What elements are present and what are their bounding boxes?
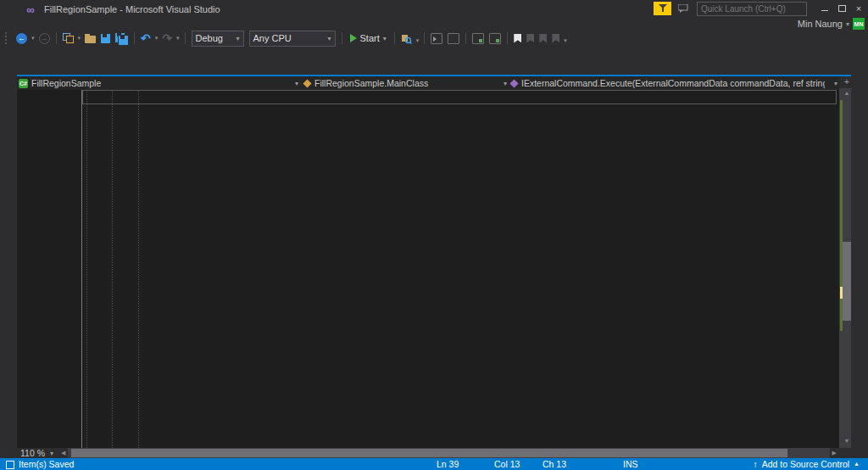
open-file-button[interactable] (83, 31, 97, 46)
visual-studio-window: ∞ FillRegionSample - Microsoft Visual St… (0, 0, 868, 470)
status-column: Col 13 (494, 458, 520, 470)
comment-selection-button[interactable] (470, 31, 486, 46)
quick-launch-box[interactable] (697, 2, 807, 16)
toolbar-overflow-1[interactable]: ▾ (416, 37, 420, 44)
previous-bookmark-button[interactable] (525, 31, 536, 46)
left-tool-strip (0, 48, 17, 458)
navigate-forward-button[interactable]: → (37, 31, 52, 46)
notification-filter-button[interactable] (654, 2, 671, 15)
method-icon (509, 79, 518, 87)
indent-guide (86, 90, 87, 448)
right-tool-strip (851, 48, 868, 458)
account-name: Min Naung (798, 19, 843, 29)
find-in-files-button[interactable] (399, 31, 414, 46)
add-to-source-control-button[interactable]: ↑ Add to Source Control ▲ (754, 458, 860, 470)
undo-dropdown[interactable]: ▾ (155, 35, 159, 42)
saved-document-icon (6, 461, 14, 469)
editor-zoom-control[interactable]: 110 % ▾ (17, 448, 58, 458)
start-debugging-button[interactable]: Start ▾ (346, 31, 391, 46)
save-button[interactable] (99, 31, 112, 46)
toolbar-grip[interactable] (5, 32, 10, 44)
chevron-down-icon: ▾ (50, 450, 53, 457)
save-all-button[interactable] (114, 31, 130, 46)
close-button[interactable]: × (851, 2, 866, 15)
breadcrumb-method[interactable]: IExternalCommand.Execute(ExternalCommand… (510, 76, 837, 90)
find-icon (401, 33, 412, 44)
restore-button[interactable] (834, 2, 849, 15)
document-tab-strip (17, 60, 854, 76)
main-toolbar: ← ▾ → ▾ ↶ ▾ ↷ ▾ Debug▾ Any CPU▾ Start ▾ … (0, 29, 868, 48)
horizontal-scroll-row: 110 % ▾ ◀ ▶ (17, 448, 839, 458)
window-title: FillRegionSample - Microsoft Visual Stud… (44, 4, 220, 14)
code-editor[interactable] (17, 90, 839, 448)
scroll-right-arrow[interactable]: ▶ (830, 450, 839, 456)
redo-button[interactable]: ↷ (160, 31, 174, 46)
horizontal-scrollbar-thumb[interactable] (71, 449, 787, 457)
feedback-icon[interactable] (676, 3, 690, 14)
upload-arrow-icon: ↑ (754, 458, 758, 470)
solution-configuration-combo[interactable]: Debug▾ (192, 31, 244, 47)
chevron-up-icon: ▲ (854, 458, 860, 470)
status-insert-mode: INS (623, 458, 638, 470)
current-line-highlight (82, 90, 837, 104)
menu-bar (0, 17, 868, 29)
play-icon (350, 34, 357, 42)
avatar: MN (853, 18, 865, 30)
breadcrumb-project[interactable]: C# FillRegionSample▾ (19, 76, 298, 90)
new-project-button[interactable] (61, 31, 75, 46)
indent-guide (138, 90, 139, 448)
breadcrumb-class[interactable]: FillRegionSample.MainClass▾ (303, 76, 507, 90)
gutter-divider (81, 90, 82, 448)
navigation-bar: C# FillRegionSample▾ FillRegionSample.Ma… (17, 76, 839, 91)
visual-studio-logo-icon: ∞ (24, 3, 37, 15)
next-bookmark-button[interactable] (537, 31, 548, 46)
chevron-down-icon: ▾ (846, 20, 849, 28)
minimize-button[interactable] (817, 2, 832, 15)
csharp-project-icon: C# (19, 79, 28, 88)
clear-bookmarks-button[interactable] (550, 31, 561, 46)
funnel-icon (659, 4, 667, 13)
new-project-dropdown[interactable]: ▾ (78, 35, 81, 42)
quick-launch-input[interactable] (698, 4, 816, 14)
attach-to-process-button[interactable] (429, 31, 444, 46)
solution-platform-combo[interactable]: Any CPU▾ (249, 31, 336, 47)
indent-guide (112, 90, 113, 448)
navigate-back-button[interactable]: ← (14, 31, 29, 46)
navigate-back-dropdown[interactable]: ▾ (31, 35, 35, 42)
scroll-left-arrow[interactable]: ◀ (58, 450, 68, 456)
status-char: Ch 13 (542, 458, 566, 470)
show-threads-button[interactable] (446, 31, 461, 46)
undo-button[interactable]: ↶ (139, 31, 153, 46)
status-bar: Item(s) Saved Ln 39 Col 13 Ch 13 INS ↑ A… (0, 458, 868, 470)
title-bar: ∞ FillRegionSample - Microsoft Visual St… (0, 0, 868, 17)
toolbar-overflow-2[interactable]: ▾ (564, 37, 567, 44)
status-line: Ln 39 (437, 458, 459, 470)
horizontal-scrollbar[interactable] (68, 448, 829, 458)
redo-dropdown[interactable]: ▾ (176, 35, 180, 42)
class-icon (303, 79, 311, 87)
zoom-level: 110 % (20, 448, 45, 458)
uncomment-selection-button[interactable] (487, 31, 503, 46)
toggle-bookmark-button[interactable] (512, 31, 523, 46)
status-message: Item(s) Saved (19, 458, 74, 470)
